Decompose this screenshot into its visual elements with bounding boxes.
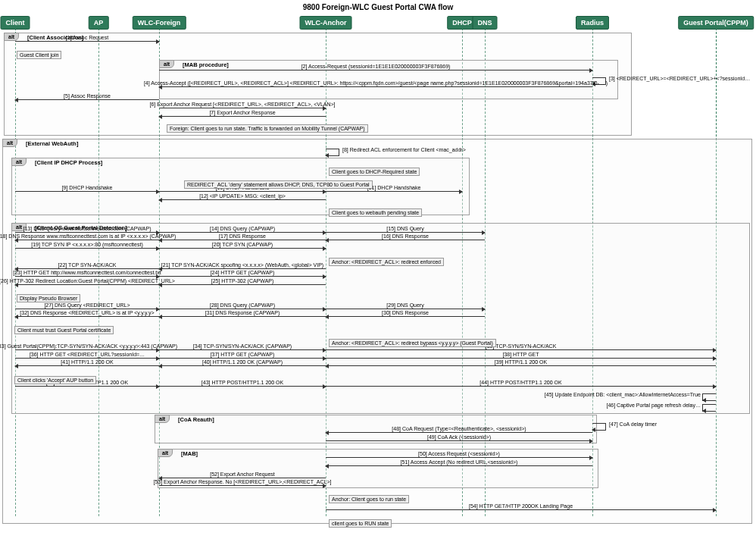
message-label: [44] HTTP POST/HTTP1.1 200 OK — [480, 380, 561, 385]
message-arrow — [15, 386, 159, 387]
frame-title: [MAB procedure] — [183, 61, 229, 69]
message-arrow — [326, 432, 592, 433]
message-arrow — [326, 191, 462, 192]
frame-tag: alt — [4, 33, 19, 41]
message-arrow — [326, 509, 716, 510]
message-label: [26] HTTP-302 Redirect Location:Guest Po… — [0, 278, 175, 284]
message-arrow — [15, 268, 159, 269]
message-label: [53] Export Anchor Response. No [<REDIRE… — [154, 479, 332, 484]
message-label: [4] Access-Accept ([<REDIRECT_URL>, <RED… — [144, 80, 608, 86]
message-label: [22] TCP SYN-ACK/ACK — [58, 262, 117, 268]
message-label: [13] DNS Query www.msftconnecttest.com (… — [23, 226, 152, 231]
message-arrow — [159, 284, 326, 285]
note: Client goes to webauth pending state — [329, 208, 422, 217]
note: Client clicks 'Accept' AUP button — [14, 376, 96, 384]
frame-tag: alt — [155, 415, 170, 423]
self-message — [592, 423, 606, 431]
message-arrow — [159, 485, 326, 486]
message-label: [33] Guest Portal(CPPM):TCP-SYN/SYN-ACK/… — [0, 343, 177, 349]
message-label: [20] TCP SYN (CAPWAP) — [212, 242, 273, 247]
message-arrow — [15, 276, 159, 277]
message-label: [18] DNS Response www.msftconnecttest.co… — [0, 233, 176, 239]
note: Anchor: <REDIRECT_ACL>: redirect bypass … — [329, 339, 496, 347]
message-arrow — [326, 465, 592, 466]
message-label: [51] Access Accept (No redirect URL,<ses… — [401, 459, 518, 465]
message-label: [17] DNS Response — [219, 233, 266, 239]
frame-title: [Client IP DHCP Process] — [35, 158, 102, 167]
message-label: [31] DNS Response (CAPWAP) — [205, 310, 280, 315]
message-arrow — [159, 116, 326, 117]
message-label: [43] HTTP POST/HTTP1.1 200 OK — [201, 380, 283, 385]
message-arrow — [326, 316, 485, 317]
frame-tag: alt — [158, 449, 173, 457]
message-label: [1] Assoc Request — [66, 35, 108, 40]
message-label: [16] DNS Response — [382, 233, 429, 239]
message-arrow — [15, 358, 159, 359]
message-label: [40] HTTP/1.1 200 OK (CAPWAP) — [202, 359, 283, 365]
message-label: [37] HTTP GET (CAPWAP) — [211, 352, 275, 357]
message-arrow — [326, 358, 716, 359]
diagram-title: 9800 Foreign-WLC Guest Portal CWA flow — [0, 0, 756, 14]
self-message — [326, 149, 339, 156]
frame-tag: alt — [159, 60, 174, 68]
message-arrow — [15, 309, 159, 309]
note: Display Pseudo Browser — [17, 294, 80, 302]
self-message — [702, 404, 716, 412]
message-label: [45] Update Endpoint DB: <client_mac>:Al… — [545, 392, 701, 397]
frame-title: [MAB] — [181, 450, 198, 458]
message-arrow — [159, 309, 326, 309]
message-label: [46] Captive Portal page refresh delay… — [606, 403, 701, 408]
message-label: [3] <REDIRECT_URL>=<REDIRECT_URL>+<?sess… — [609, 76, 750, 81]
message-label: [39] HTTP/1.1 200 OK — [495, 359, 547, 365]
message-label: [30] DNS Response — [382, 310, 429, 315]
message-arrow — [159, 191, 326, 192]
message-label: [25] HTTP-302 (CAPWAP) — [211, 278, 274, 284]
message-arrow — [159, 365, 326, 366]
message-label: [32] DNS Response <REDIRECT_URL> is at I… — [20, 310, 154, 315]
frame-tag: alt — [2, 139, 17, 147]
message-arrow — [15, 232, 159, 233]
message-arrow — [159, 70, 592, 70]
note: Anchor: Client goes to run state — [329, 495, 409, 503]
message-arrow — [159, 349, 326, 350]
message-label: [7] Export Anchor Response — [209, 110, 275, 115]
message-label: [23] HTTP GET http://www.msftconnecttest… — [13, 270, 161, 275]
note: Client must trust Guest Portal certifica… — [14, 326, 114, 334]
message-arrow — [159, 478, 326, 478]
frame-title: [CoA Reauth] — [178, 415, 214, 424]
note: Client goes to DHCP-Required state — [329, 168, 420, 176]
message-label: [24] HTTP GET (CAPWAP) — [211, 270, 275, 275]
message-label: [36] HTTP GET <REDIRECT_URL?sessionId=… — [30, 352, 145, 357]
message-arrow — [326, 232, 485, 233]
message-label: [21] TCP SYN-ACK/ACK spoofing <x.x.x.x> … — [161, 262, 323, 268]
message-arrow — [326, 365, 716, 366]
message-label: [28] DNS Query (CAPWAP) — [210, 302, 275, 308]
note: client goes to RUN state — [329, 519, 392, 528]
message-arrow — [15, 284, 159, 285]
message-label: [2] Access-Request (sessionid=1E1E1E0200… — [301, 64, 451, 69]
message-label: [49] CoA Ack (<sessionid>) — [427, 434, 491, 440]
message-label: [52] Export Anchor Request — [210, 472, 275, 477]
message-label: [29] DNS Query — [386, 302, 423, 308]
message-label: [8] Redirect ACL enforcement for Client … — [342, 147, 466, 152]
message-arrow — [15, 240, 159, 240]
message-arrow — [159, 316, 326, 317]
message-arrow — [159, 232, 326, 233]
note: REDIRECT_ACL 'deny' statement allows DHC… — [184, 180, 373, 189]
message-arrow — [15, 365, 159, 366]
message-label: [47] CoA delay timer — [609, 421, 657, 427]
message-label: [5] Assoc Response — [64, 93, 111, 99]
message-arrow — [159, 386, 326, 387]
message-label: [48] CoA Request (Type=<Reauthenticate>,… — [392, 426, 526, 431]
message-arrow — [15, 316, 159, 317]
note: Guest Client join — [17, 51, 61, 59]
message-label: [41] HTTP/1.1 200 OK — [61, 359, 113, 365]
note: Anchor: <REDIRECT_ACL>: redirect enforce… — [329, 258, 444, 266]
message-arrow — [326, 349, 716, 350]
message-arrow — [15, 248, 159, 249]
message-arrow — [15, 99, 159, 100]
message-label: [38] HTTP GET — [502, 352, 539, 357]
message-arrow — [326, 440, 592, 441]
frame-tag: alt — [11, 158, 27, 166]
message-label: [6] Export Anchor Request [<REDIRECT_URL… — [149, 102, 335, 107]
